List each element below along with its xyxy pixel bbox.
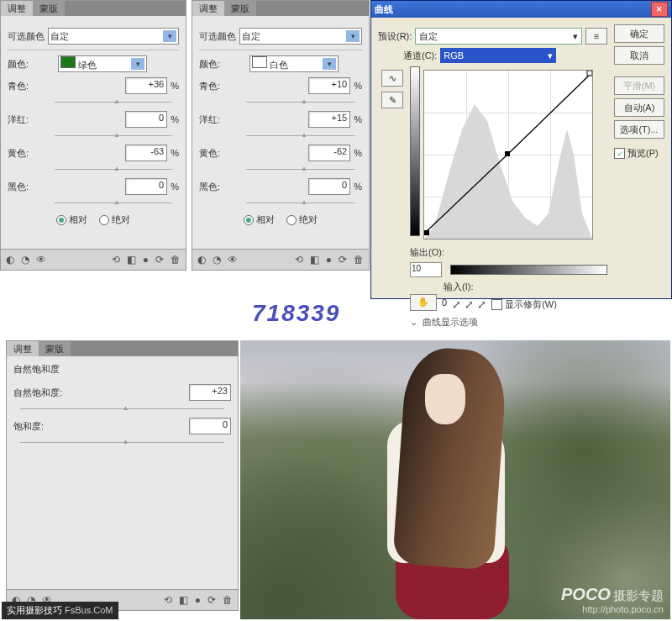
tab-masks[interactable]: 蒙版	[224, 1, 256, 16]
cyan-value[interactable]: +36	[125, 77, 167, 94]
cyan-value[interactable]: +10	[308, 77, 350, 94]
adjustment-icon[interactable]: ◐	[6, 254, 14, 266]
channel-label: 通道(C):	[403, 50, 437, 62]
output-label: 输出(O):	[410, 246, 444, 259]
svg-rect-2	[587, 71, 592, 76]
radio-relative[interactable]: 相对	[244, 213, 275, 226]
magenta-label: 洋红:	[8, 113, 55, 126]
back-icon[interactable]: ⟲	[164, 594, 172, 606]
yellow-value[interactable]: -63	[125, 145, 167, 161]
color-label: 颜色:	[199, 58, 246, 71]
watermark-number: 718339	[252, 300, 340, 327]
clip-icon[interactable]: ◧	[127, 254, 136, 266]
tab-adjustments[interactable]: 调整	[7, 341, 39, 356]
back-icon[interactable]: ⟲	[295, 254, 303, 266]
circle-icon[interactable]: ◔	[21, 254, 29, 266]
color-select[interactable]: 白色▾	[249, 55, 339, 72]
trash-icon[interactable]: 🗑	[171, 254, 181, 266]
black-value[interactable]: 0	[125, 178, 167, 195]
radio-absolute[interactable]: 绝对	[286, 213, 318, 226]
circle-icon[interactable]: ◔	[213, 254, 221, 266]
cyan-slider[interactable]	[55, 99, 172, 106]
trash-icon[interactable]: 🗑	[354, 254, 364, 266]
pencil-tool-icon[interactable]: ✎	[381, 92, 403, 108]
smooth-button: 平滑(M)	[614, 76, 664, 95]
chevron-down-icon: ⌄	[410, 317, 417, 328]
hand-tool-icon[interactable]: ✋	[410, 294, 437, 311]
poco-watermark: POCO 摄影专题 http://photo.poco.cn	[561, 585, 664, 614]
tab-masks[interactable]: 蒙版	[33, 1, 65, 16]
input-gradient	[450, 265, 607, 275]
histogram-icon	[424, 71, 592, 239]
reset-icon[interactable]: ⟳	[339, 254, 347, 266]
black-slider[interactable]	[55, 200, 172, 207]
trash-icon[interactable]: 🗑	[223, 594, 233, 606]
eye-icon[interactable]: 👁	[36, 254, 46, 266]
options-button[interactable]: 选项(T)...	[614, 120, 664, 139]
preset-select[interactable]: 自定▾	[415, 28, 582, 45]
gray-eyedropper-icon[interactable]: ⤢	[465, 298, 474, 311]
chevron-down-icon: ▾	[163, 30, 176, 42]
eye-icon[interactable]: ●	[326, 254, 332, 266]
black-value[interactable]: 0	[308, 178, 350, 195]
cancel-button[interactable]: 取消	[614, 46, 664, 65]
yellow-slider[interactable]	[55, 166, 172, 173]
reset-icon[interactable]: ⟳	[155, 254, 164, 266]
yellow-label: 黄色:	[8, 147, 55, 160]
back-icon[interactable]: ⟲	[112, 254, 120, 266]
input-label: 输入(I):	[444, 281, 473, 293]
magenta-value[interactable]: +15	[308, 111, 350, 128]
output-value[interactable]: 10	[410, 262, 442, 277]
ok-button[interactable]: 确定	[614, 24, 664, 43]
saturation-slider[interactable]	[20, 439, 224, 446]
show-clipping-checkbox[interactable]: 显示修剪(W)	[491, 298, 557, 311]
chevron-down-icon: ▾	[346, 30, 360, 42]
tab-adjustments[interactable]: 调整	[1, 1, 33, 16]
black-eyedropper-icon[interactable]: ⤢	[452, 298, 461, 311]
eye-icon[interactable]: 👁	[228, 254, 238, 266]
yellow-slider[interactable]	[246, 166, 355, 173]
curves-graph[interactable]	[423, 70, 593, 239]
clip-icon[interactable]: ◧	[310, 254, 319, 266]
adjustment-icon[interactable]: ◐	[197, 254, 206, 266]
tab-adjustments[interactable]: 调整	[192, 1, 224, 16]
curve-tool-icon[interactable]: ∿	[381, 70, 403, 87]
vibrance-panel: 调整蒙版 自然饱和度 自然饱和度:+23 饱和度:0 ◐◔👁⟲◧●⟳🗑	[6, 340, 239, 611]
magenta-slider[interactable]	[55, 133, 172, 139]
panel-body: 可选颜色 自定▾ 颜色: 绿色▾ 青色:+36% 洋红:0% 黄色:-63% 黑…	[1, 16, 186, 239]
selective-color-panel-green: 调整 蒙版 可选颜色 自定▾ 颜色: 绿色▾ 青色:+36% 洋红:0% 黄色:…	[0, 0, 186, 271]
white-eyedropper-icon[interactable]: ⤢	[477, 298, 486, 311]
preset-label: 预设(R):	[378, 30, 412, 43]
clip-icon[interactable]: ◧	[179, 594, 188, 606]
magenta-slider[interactable]	[246, 133, 355, 139]
preset-select[interactable]: 自定▾	[48, 28, 179, 45]
vibrance-value[interactable]: +23	[189, 384, 231, 401]
preview-checkbox[interactable]: ✓预览(P)	[614, 147, 664, 160]
tab-masks[interactable]: 蒙版	[39, 341, 71, 356]
auto-button[interactable]: 自动(A)	[614, 98, 664, 117]
radio-relative[interactable]: 相对	[56, 213, 87, 226]
eye-icon[interactable]: ●	[143, 254, 149, 266]
yellow-value[interactable]: -62	[308, 145, 350, 161]
chevron-down-icon: ▾	[323, 58, 336, 70]
curves-titlebar[interactable]: 曲线 ✕	[371, 1, 671, 18]
preset-menu-icon[interactable]: ≡	[585, 28, 607, 45]
magenta-value[interactable]: 0	[125, 111, 167, 128]
preset-select[interactable]: 自定▾	[239, 28, 362, 45]
eye-icon[interactable]: ●	[195, 594, 201, 606]
reset-icon[interactable]: ⟳	[207, 594, 216, 606]
chevron-down-icon: ▾	[131, 58, 144, 70]
cyan-slider[interactable]	[246, 99, 355, 106]
vibrance-slider[interactable]	[20, 406, 224, 413]
close-icon[interactable]: ✕	[651, 2, 668, 17]
adjustment-type: 可选颜色	[8, 30, 45, 43]
input-value[interactable]: 0	[442, 297, 447, 308]
black-slider[interactable]	[246, 200, 355, 207]
color-label: 颜色:	[8, 58, 55, 71]
color-select[interactable]: 绿色▾	[58, 55, 147, 72]
radio-absolute[interactable]: 绝对	[99, 213, 130, 226]
curve-display-options[interactable]: ⌄曲线显示选项	[410, 316, 607, 329]
channel-select[interactable]: RGB▾	[440, 48, 556, 63]
swatch-white	[252, 56, 267, 68]
saturation-value[interactable]: 0	[189, 418, 231, 434]
